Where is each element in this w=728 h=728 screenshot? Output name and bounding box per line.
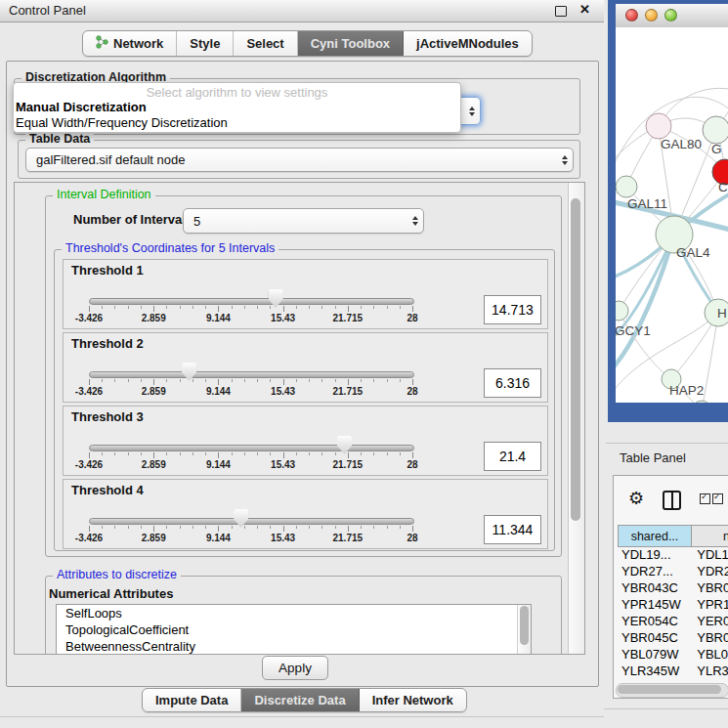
table-body: YDL19...YDL1 YDR27...YDR2 YBR043CYBR0 YP… [618,546,728,696]
combo-stepper-icon [407,216,423,226]
zoom-window-icon[interactable] [664,9,677,21]
node-label: GCY1 [616,323,651,338]
table-row[interactable]: YBR045CYBR0 [618,629,728,646]
slider-track[interactable] [89,445,414,451]
apply-button[interactable]: Apply [262,656,328,680]
table-row[interactable]: YPR145WYPR1 [618,596,728,613]
float-panel-icon[interactable] [555,6,567,17]
group-title: Table Data [25,132,94,146]
checkbox-icon[interactable] [712,493,723,504]
scrollbar-thumb[interactable] [571,198,580,521]
table-panel-divider [606,443,728,444]
group-title: Attributes to discretize [53,568,181,581]
network-node[interactable] [692,401,711,403]
threshold-panel-2: Threshold 2 -3.426 2.859 9.144 15.43 21.… [63,332,548,403]
network-view-window: GGAL80CGAL11GAL4GCY1HHAP2 [608,0,728,422]
panel-title: Control Panel [9,3,86,18]
close-panel-icon[interactable]: ✕ [579,2,590,17]
node-label: GAL4 [676,245,710,260]
attributes-group: Attributes to discretize Numerical Attri… [45,576,562,655]
list-scrollbar[interactable] [517,605,531,655]
threshold-value-field[interactable]: 6.316 [484,368,541,398]
tab-discretize-data[interactable]: Discretize Data [241,689,359,711]
table-row[interactable]: YDL19...YDL1 [618,546,728,563]
node-label: GAL80 [661,137,702,151]
screen: Control Panel ✕ Network Style Select Cyn… [0,0,728,728]
slider-track[interactable] [89,518,414,525]
control-panel-tabs: Network Style Select Cyni Toolbox jActiv… [82,30,533,57]
network-node[interactable] [646,113,671,139]
node-label: C [718,180,728,194]
table-header-row: shared... na [618,525,728,547]
threshold-value-field[interactable]: 14.713 [484,295,541,324]
combo-stepper-icon [557,155,573,165]
column-header-shared-name[interactable]: shared... [619,526,692,547]
combo-value: galFiltered.sif default node [26,152,557,167]
list-item[interactable]: SelfLoops [57,605,531,621]
table-data-combobox[interactable]: galFiltered.sif default node [25,148,574,172]
network-window-titlebar[interactable] [616,4,728,28]
table-panel: ⚙ shared... na YDL19...YDL1 YDR27...YDR2… [613,475,728,699]
network-node[interactable] [703,116,728,144]
minimize-window-icon[interactable] [645,9,658,21]
attributes-list: SelfLoops TopologicalCoefficient Between… [56,604,532,655]
network-canvas[interactable]: GGAL80CGAL11GAL4GCY1HHAP2 [616,27,728,403]
threshold-value-field[interactable]: 11.344 [484,515,541,544]
column-header-name[interactable]: na [692,526,728,547]
slider-track[interactable] [89,371,414,378]
slider-ticks [89,379,412,386]
close-window-icon[interactable] [625,9,638,21]
table-row[interactable]: YBR043CYBR0 [618,579,728,596]
checkbox-icon[interactable] [700,493,710,504]
node-label: HAP2 [669,383,704,398]
settings-scroll-viewport: Interval Definition Number of Intervals … [14,182,585,655]
bottom-divider [604,708,728,709]
combo-value: 5 [184,214,407,229]
threshold-value-field[interactable]: 21.4 [484,442,541,471]
tab-cyni-toolbox[interactable]: Cyni Toolbox [298,31,404,56]
horizontal-scrollbar[interactable] [616,683,728,698]
table-row[interactable]: YBL079WYBL0 [618,646,728,663]
panel-bottom-divider [0,716,604,717]
node-label: GAL11 [627,196,667,211]
num-intervals-label: Number of Intervals [73,212,193,227]
table-panel-title: Table Panel [620,450,686,465]
slider-ticks [89,452,412,459]
tab-network[interactable]: Network [83,31,177,56]
table-row[interactable]: YLR345WYLR3 [618,663,728,679]
algorithm-dropdown-popup: Select algorithm to view settings Manual… [13,82,461,133]
numerical-attributes-label: Numerical Attributes [49,586,173,601]
slider-track[interactable] [89,298,414,305]
tab-jactivemnodules[interactable]: jActiveMNodules [404,31,532,56]
tab-style[interactable]: Style [177,31,234,56]
list-item[interactable]: BetweennessCentrality [57,638,531,655]
slider-ticks [89,526,412,533]
dropdown-option-equal-width[interactable]: Equal Width/Frequency Discretization [14,115,460,131]
table-row[interactable]: YDR27...YDR2 [618,563,728,579]
threshold-panel-1: Threshold 1 -3.426 2.859 9.144 15.43 21.… [63,259,548,329]
tab-infer-network[interactable]: Infer Network [360,689,466,711]
vertical-scrollbar[interactable] [568,183,584,654]
tab-impute-data[interactable]: Impute Data [143,689,241,711]
tab-select[interactable]: Select [234,31,297,56]
threshold-panel-3: Threshold 3 -3.426 2.859 9.144 15.43 21.… [63,406,548,476]
thresholds-group: Threshold's Coordinates for 5 Intervals … [54,249,555,551]
split-panel-icon[interactable] [663,491,681,510]
dropdown-placeholder-item[interactable]: Select algorithm to view settings [14,83,460,100]
num-intervals-combobox[interactable]: 5 [183,208,424,234]
scrollbar-thumb[interactable] [520,606,529,645]
tab-label: Network [113,36,163,51]
combo-stepper-icon [464,107,480,116]
group-title: Interval Definition [53,188,155,201]
interval-definition-group: Interval Definition Number of Intervals … [45,195,562,557]
scrollbar-thumb[interactable] [618,685,721,694]
node-label: H [717,306,727,321]
network-node[interactable] [616,176,637,197]
list-item[interactable]: TopologicalCoefficient [57,621,531,638]
cyni-bottom-tabs: Impute Data Discretize Data Infer Networ… [142,688,467,712]
slider-ticks [89,306,412,313]
network-node[interactable] [616,301,628,321]
gear-icon[interactable]: ⚙ [628,488,644,508]
table-row[interactable]: YER054CYER0 [618,613,728,629]
dropdown-option-manual[interactable]: Manual Discretization [14,100,460,115]
